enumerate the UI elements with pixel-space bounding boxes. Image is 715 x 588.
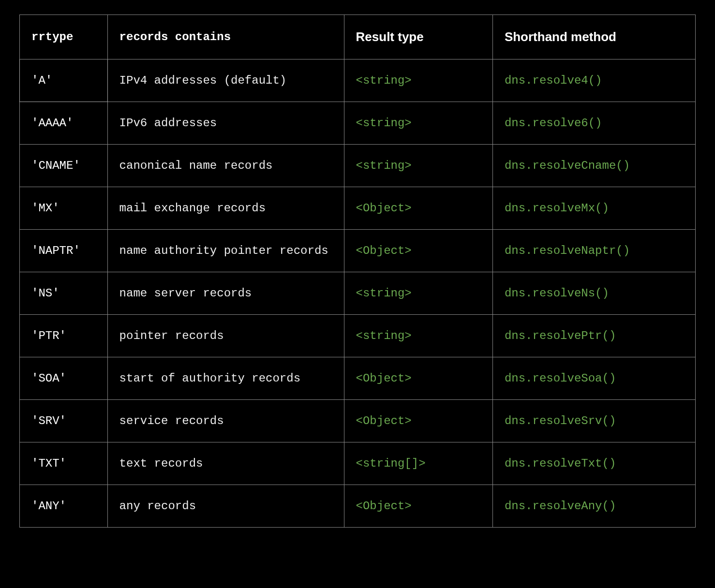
records-desc: IPv4 addresses (default) [119, 74, 287, 87]
result-type: <string> [356, 117, 412, 130]
rrtype-value: 'CNAME' [31, 159, 80, 172]
shorthand-link[interactable]: dns.resolveNs() [505, 287, 609, 300]
table-row: 'NS' name server records <string> dns.re… [20, 272, 696, 315]
table-row: 'SOA' start of authority records <Object… [20, 357, 696, 400]
table-header-row: rrtype records contains Result type Shor… [20, 15, 696, 59]
shorthand-link[interactable]: dns.resolve4() [505, 74, 602, 87]
rrtype-value: 'AAAA' [31, 117, 73, 130]
rrtype-value: 'MX' [31, 202, 60, 215]
result-type: <Object> [356, 414, 412, 427]
table-row: 'A' IPv4 addresses (default) <string> dn… [20, 59, 696, 102]
table-row: 'NAPTR' name authority pointer records <… [20, 230, 696, 272]
rrtype-value: 'NAPTR' [31, 244, 80, 257]
result-type: <Object> [356, 372, 412, 385]
rrtype-value: 'PTR' [31, 329, 66, 342]
table-row: 'TXT' text records <string[]> dns.resolv… [20, 442, 696, 485]
shorthand-link[interactable]: dns.resolveSrv() [505, 414, 616, 427]
table-row: 'SRV' service records <Object> dns.resol… [20, 400, 696, 442]
col-header-records: records contains [107, 15, 344, 59]
table-row: 'MX' mail exchange records <Object> dns.… [20, 187, 696, 230]
result-type: <string> [356, 287, 412, 300]
records-desc: IPv6 addresses [119, 117, 217, 130]
shorthand-link[interactable]: dns.resolveTxt() [505, 457, 616, 470]
rrtype-value: 'SOA' [31, 372, 66, 385]
col-header-rrtype: rrtype [20, 15, 108, 59]
shorthand-link[interactable]: dns.resolvePtr() [505, 329, 616, 342]
records-desc: name authority pointer records [119, 244, 328, 257]
records-desc: text records [119, 457, 203, 470]
table-row: 'AAAA' IPv6 addresses <string> dns.resol… [20, 102, 696, 145]
result-type: <string> [356, 159, 412, 172]
rrtype-value: 'ANY' [31, 500, 66, 513]
result-type: <string> [356, 329, 412, 342]
shorthand-link[interactable]: dns.resolveAny() [505, 500, 616, 513]
shorthand-link[interactable]: dns.resolve6() [505, 117, 602, 130]
result-type: <Object> [356, 244, 412, 257]
records-desc: start of authority records [119, 372, 300, 385]
records-desc: canonical name records [119, 159, 273, 172]
rrtype-value: 'A' [31, 74, 52, 87]
shorthand-link[interactable]: dns.resolveCname() [505, 159, 630, 172]
col-header-shorthand: Shorthand method [492, 15, 695, 59]
table-row: 'PTR' pointer records <string> dns.resol… [20, 315, 696, 357]
shorthand-link[interactable]: dns.resolveMx() [505, 202, 609, 215]
shorthand-link[interactable]: dns.resolveSoa() [505, 372, 616, 385]
records-desc: name server records [119, 287, 252, 300]
rrtype-value: 'SRV' [31, 414, 66, 427]
table-row: 'ANY' any records <Object> dns.resolveAn… [20, 485, 696, 528]
result-type: <string> [356, 74, 412, 87]
records-desc: service records [119, 414, 224, 427]
col-header-result: Result type [344, 15, 492, 59]
records-desc: any records [119, 500, 196, 513]
records-desc: pointer records [119, 329, 224, 342]
table-row: 'CNAME' canonical name records <string> … [20, 145, 696, 187]
rrtype-value: 'NS' [31, 287, 60, 300]
result-type: <string[]> [356, 457, 426, 470]
records-desc: mail exchange records [119, 202, 266, 215]
rrtype-value: 'TXT' [31, 457, 66, 470]
result-type: <Object> [356, 500, 412, 513]
result-type: <Object> [356, 202, 412, 215]
shorthand-link[interactable]: dns.resolveNaptr() [505, 244, 630, 257]
dns-rrtype-table: rrtype records contains Result type Shor… [19, 15, 696, 528]
